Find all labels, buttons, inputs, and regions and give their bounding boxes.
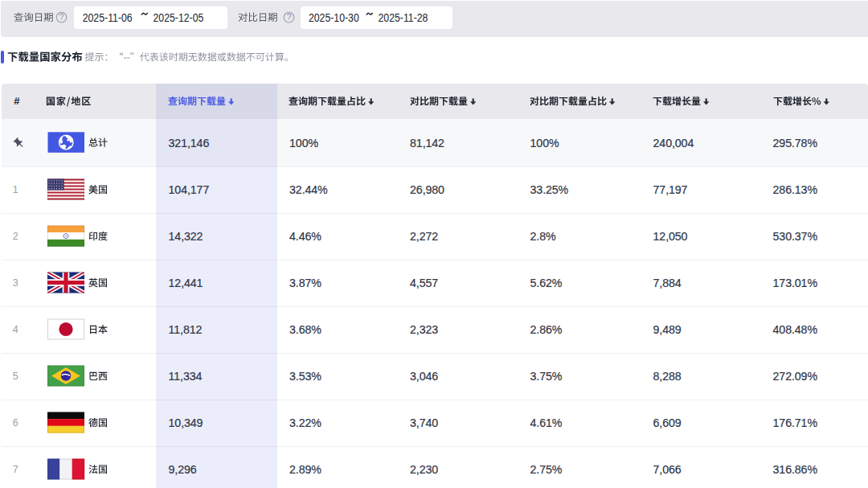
svg-text:173.01%: 173.01%: [773, 277, 817, 290]
svg-text:14,322: 14,322: [169, 230, 203, 244]
svg-text:11,334: 11,334: [169, 370, 203, 383]
svg-text:272.09%: 272.09%: [773, 370, 817, 383]
svg-text:32.44%: 32.44%: [289, 183, 328, 197]
svg-text:7,884: 7,884: [653, 277, 682, 290]
svg-text:2.86%: 2.86%: [530, 323, 563, 337]
svg-text:286.13%: 286.13%: [773, 183, 817, 197]
svg-text:1: 1: [13, 184, 18, 195]
svg-text:26,980: 26,980: [410, 183, 444, 197]
svg-text:316.86%: 316.86%: [773, 463, 817, 477]
svg-text:3.22%: 3.22%: [289, 416, 321, 430]
svg-text:3,740: 3,740: [410, 416, 438, 430]
svg-text:6: 6: [13, 417, 18, 429]
svg-text:2.8%: 2.8%: [530, 230, 556, 244]
svg-text:2025-10-30: 2025-10-30: [309, 11, 359, 24]
svg-text:4,557: 4,557: [410, 277, 438, 290]
svg-text:2025-12-05: 2025-12-05: [154, 11, 204, 24]
svg-text:408.48%: 408.48%: [773, 323, 817, 337]
svg-text:9,489: 9,489: [653, 323, 682, 337]
svg-text:5: 5: [13, 371, 18, 382]
svg-text:12,050: 12,050: [653, 230, 688, 244]
svg-text:2025-11-28: 2025-11-28: [379, 11, 428, 24]
svg-text:295.78%: 295.78%: [773, 136, 817, 150]
svg-text:33.25%: 33.25%: [530, 183, 569, 197]
svg-text:?: ?: [59, 13, 64, 22]
svg-text:3.87%: 3.87%: [289, 277, 321, 290]
svg-text:12,441: 12,441: [169, 277, 203, 290]
svg-text:4: 4: [13, 324, 18, 335]
svg-text:2: 2: [13, 231, 18, 242]
svg-text:240,004: 240,004: [653, 136, 694, 150]
svg-text:81,142: 81,142: [410, 136, 444, 150]
svg-text:#: #: [14, 95, 20, 107]
svg-text:8,288: 8,288: [653, 370, 682, 383]
svg-text:3.53%: 3.53%: [289, 370, 321, 383]
svg-text:3,046: 3,046: [410, 370, 438, 383]
svg-text:4.46%: 4.46%: [289, 230, 321, 244]
svg-text:2.75%: 2.75%: [530, 463, 563, 477]
svg-text:2025-11-06: 2025-11-06: [83, 11, 133, 24]
svg-text:9,296: 9,296: [169, 463, 197, 477]
svg-text:3.75%: 3.75%: [530, 370, 563, 383]
svg-text:2.89%: 2.89%: [289, 463, 321, 477]
svg-text:176.71%: 176.71%: [773, 416, 817, 430]
svg-text:?: ?: [287, 13, 292, 22]
svg-text:2,323: 2,323: [410, 323, 438, 337]
svg-text:7: 7: [13, 464, 18, 475]
svg-text:530.37%: 530.37%: [773, 230, 817, 244]
svg-text:4.61%: 4.61%: [530, 416, 563, 430]
svg-text:3.68%: 3.68%: [289, 323, 321, 337]
svg-text:10,349: 10,349: [169, 416, 203, 430]
svg-text:321,146: 321,146: [169, 136, 210, 150]
svg-text:6,609: 6,609: [653, 416, 682, 430]
svg-text:100%: 100%: [530, 136, 559, 150]
svg-text:5.62%: 5.62%: [530, 277, 563, 290]
svg-text:11,812: 11,812: [169, 323, 203, 337]
svg-text:100%: 100%: [289, 136, 318, 150]
svg-text:77,197: 77,197: [653, 183, 688, 197]
svg-text:2,272: 2,272: [410, 230, 438, 244]
svg-text:104,177: 104,177: [169, 183, 210, 197]
svg-text:2,230: 2,230: [410, 463, 438, 477]
svg-text:7,066: 7,066: [653, 463, 682, 477]
svg-text:3: 3: [13, 277, 18, 289]
